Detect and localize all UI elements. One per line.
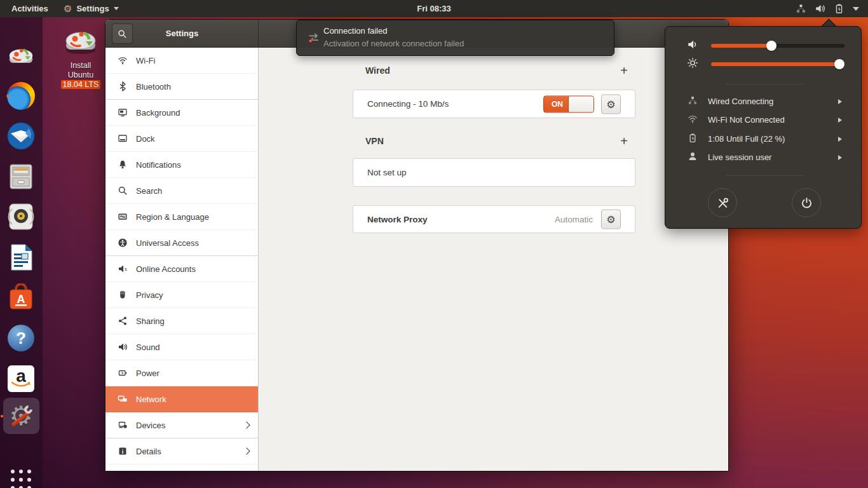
- dock-item-files[interactable]: [6, 161, 36, 192]
- dock-item-help[interactable]: ?: [6, 323, 36, 353]
- sidebar-item-label: Details: [136, 447, 161, 456]
- sidebar-item-details[interactable]: i Details: [105, 438, 258, 464]
- settings-tools-icon: ⚙: [6, 402, 36, 431]
- install-disk-icon: [62, 24, 99, 56]
- add-wired-connection-button[interactable]: +: [620, 64, 635, 77]
- dock-item-settings-tools[interactable]: ⚙: [6, 401, 36, 431]
- sidebar-item-privacy[interactable]: Privacy: [105, 282, 258, 308]
- proxy-mode-value: Automatic: [555, 215, 593, 224]
- dock-item-rhythmbox[interactable]: [6, 201, 36, 232]
- dock-icon: [118, 133, 128, 144]
- sidebar-item-label: Bluetooth: [136, 82, 171, 92]
- ubuntu-installer-icon: [6, 42, 36, 69]
- online-accounts-icon: s: [118, 264, 128, 274]
- submenu-arrow-icon: [838, 118, 842, 123]
- add-vpn-button[interactable]: +: [620, 135, 635, 147]
- sidebar-item-label: Devices: [136, 421, 165, 430]
- sidebar-item-label: Background: [136, 108, 180, 118]
- clock[interactable]: Fri 08:33: [0, 0, 868, 17]
- battery-charging-icon: [834, 3, 844, 14]
- wired-network-icon: [687, 95, 698, 108]
- dock-item-libreoffice-writer[interactable]: [6, 242, 36, 273]
- menu-item-wifi[interactable]: Wi-Fi Not Connected: [665, 111, 861, 129]
- sidebar-item-region-language[interactable]: Region & Language: [105, 204, 258, 230]
- submenu-arrow-icon: [838, 99, 842, 104]
- thunderbird-icon: [7, 122, 35, 150]
- sidebar-item-label: Network: [136, 395, 166, 404]
- proxy-settings-gear-button[interactable]: ⚙: [601, 210, 621, 229]
- toast-title: Connection failed: [323, 26, 387, 36]
- system-tray[interactable]: [792, 0, 863, 17]
- svg-text:A: A: [17, 293, 25, 306]
- sidebar-item-search[interactable]: Search: [105, 178, 258, 204]
- dock-item-ubuntu-installer[interactable]: [6, 40, 36, 71]
- sidebar-item-label: Dock: [136, 134, 155, 144]
- sidebar-item-online-accounts[interactable]: s Online Accounts: [105, 256, 258, 282]
- notification-toast[interactable]: Connection failed Activation of network …: [296, 20, 614, 56]
- files-icon: [7, 163, 35, 191]
- search-icon: [118, 186, 128, 196]
- sound-icon: [118, 342, 128, 352]
- sidebar-item-network[interactable]: Network: [105, 386, 258, 412]
- firefox-icon: [7, 82, 35, 110]
- sidebar-item-universal-access[interactable]: Universal Access: [105, 230, 258, 256]
- volume-slider-knob[interactable]: [766, 41, 776, 51]
- wired-settings-gear-button[interactable]: ⚙: [601, 94, 621, 114]
- menu-separator: [726, 84, 804, 85]
- wifi-icon: [118, 55, 128, 65]
- install-ubuntu-desktop-icon[interactable]: Install Ubuntu 18.04 LTS: [55, 24, 107, 90]
- vpn-status-label: Not set up: [353, 168, 407, 177]
- submenu-arrow-icon: [838, 155, 842, 160]
- dock-item-ubuntu-software[interactable]: A: [6, 282, 36, 313]
- sidebar-item-label: Search: [136, 186, 162, 196]
- dock-item-firefox[interactable]: [6, 81, 36, 111]
- vpn-section-title: VPN: [353, 136, 384, 146]
- dock-item-thunderbird[interactable]: [6, 121, 36, 151]
- connection-failed-icon: [307, 31, 321, 45]
- help-icon: ?: [8, 325, 34, 351]
- wired-connection-row[interactable]: Connecting - 10 Mb/s ON ⚙: [353, 90, 635, 118]
- menu-item-label: Wired Connecting: [708, 97, 773, 106]
- sidebar-item-sharing[interactable]: Sharing: [105, 308, 258, 334]
- wired-toggle[interactable]: ON: [543, 95, 594, 112]
- details-icon: i: [118, 446, 128, 456]
- dock-item-app-grid[interactable]: [6, 464, 36, 488]
- sidebar-item-devices[interactable]: Devices: [105, 412, 258, 438]
- sidebar-item-sound[interactable]: Sound: [105, 334, 258, 360]
- sidebar-item-background[interactable]: Background: [105, 100, 258, 126]
- volume-slider[interactable]: [711, 44, 844, 48]
- top-bar: Activities ⚙ Settings Fri 08:33: [0, 0, 868, 17]
- dock-item-amazon[interactable]: a: [6, 363, 36, 394]
- sidebar-item-bluetooth[interactable]: Bluetooth: [105, 74, 258, 100]
- volume-icon: [687, 39, 698, 53]
- brightness-slider[interactable]: [711, 62, 844, 66]
- sidebar-item-label: Privacy: [136, 290, 163, 300]
- app-grid-icon: [11, 470, 31, 488]
- bluetooth-icon: [118, 81, 128, 92]
- sidebar-item-notifications[interactable]: Notifications: [105, 152, 258, 178]
- sidebar-item-dock[interactable]: Dock: [105, 126, 258, 152]
- libreoffice-writer-icon: [8, 243, 34, 271]
- network-proxy-row[interactable]: Network Proxy Automatic ⚙: [353, 205, 635, 233]
- sidebar-item-wifi[interactable]: Wi-Fi: [105, 48, 258, 74]
- vpn-section-header: VPN +: [353, 135, 635, 147]
- system-settings-button[interactable]: [708, 188, 737, 217]
- chevron-right-icon: [243, 421, 250, 428]
- power-icon: [118, 368, 128, 378]
- universal-access-icon: [118, 238, 128, 248]
- notifications-icon: [118, 159, 128, 170]
- menu-item-battery[interactable]: 1:08 Until Full (22 %): [665, 130, 861, 148]
- sidebar-header: Settings: [105, 20, 259, 48]
- menu-item-label: Wi-Fi Not Connected: [708, 115, 785, 125]
- running-indicator-dot: [6, 95, 9, 97]
- power-button[interactable]: [792, 188, 821, 217]
- menu-item-user[interactable]: Live session user: [665, 148, 861, 166]
- menu-item-wired[interactable]: Wired Connecting: [665, 92, 861, 111]
- wifi-icon: [687, 114, 698, 126]
- vpn-row[interactable]: Not set up: [353, 158, 635, 187]
- toggle-on-label: ON: [552, 96, 563, 112]
- sidebar-item-power[interactable]: Power: [105, 360, 258, 386]
- network-panel: Wired + Connecting - 10 Mb/s ON ⚙ VPN + …: [259, 48, 729, 471]
- brightness-slider-knob[interactable]: [834, 59, 844, 69]
- sidebar-item-label: Notifications: [136, 160, 181, 170]
